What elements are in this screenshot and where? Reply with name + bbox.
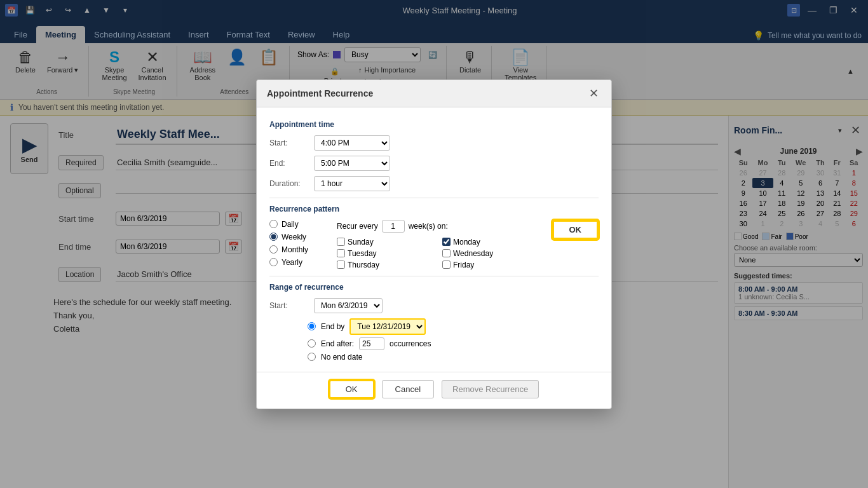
end-after-input[interactable] [359,337,384,350]
day-wednesday-label: Wednesday [453,249,493,258]
range-start-select[interactable]: Mon 6/3/2019 [314,298,383,313]
radio-daily-input[interactable] [269,220,278,228]
day-thursday[interactable]: Thursday [337,261,432,269]
range-start-label: Start: [269,301,314,310]
radio-weekly[interactable]: Weekly [269,233,327,241]
radio-monthly[interactable]: Monthly [269,245,327,254]
duration-row-dialog: Duration: 1 hour 30 minutes 2 hours [269,176,599,191]
cancel-button[interactable]: Cancel [382,380,434,398]
radio-monthly-input[interactable] [269,245,278,254]
recur-every-input[interactable] [382,220,405,233]
no-end-date-option: No end date [308,353,599,362]
day-sunday-checkbox[interactable] [337,238,345,246]
appointment-recurrence-dialog: Appointment Recurrence ✕ Appointment tim… [256,79,612,409]
weekly-config: Recur every week(s) on: Sunday Mon [337,220,538,269]
recurrence-options: Daily Weekly Monthly Yearly [269,220,327,269]
end-by-option: End by Tue 12/31/2019 [308,318,599,335]
start-time-select[interactable]: 4:00 PM 4:30 PM 5:00 PM [314,135,390,151]
day-wednesday[interactable]: Wednesday [442,249,538,258]
start-time-row-dialog: Start: 4:00 PM 4:30 PM 5:00 PM [269,135,599,151]
end-by-radio[interactable] [308,322,316,330]
no-end-date-label[interactable]: No end date [321,353,362,362]
dialog-body: Appointment time Start: 4:00 PM 4:30 PM … [257,107,611,372]
radio-yearly[interactable]: Yearly [269,258,327,267]
radio-daily[interactable]: Daily [269,220,327,229]
ok-button-top-wrapper: OK [552,220,599,240]
day-thursday-checkbox[interactable] [337,261,345,269]
day-friday[interactable]: Friday [442,261,538,269]
radio-weekly-input[interactable] [269,233,278,241]
days-grid: Sunday Monday Tuesday [337,238,538,269]
end-after-radio[interactable] [308,339,316,348]
day-monday-checkbox[interactable] [442,238,451,246]
weeks-on-label: week(s) on: [409,222,448,231]
remove-recurrence-button[interactable]: Remove Recurrence [442,380,539,398]
range-section-label: Range of recurrence [269,283,599,292]
radio-monthly-label: Monthly [281,245,308,254]
day-tuesday-label: Tuesday [348,249,377,258]
end-time-select[interactable]: 5:00 PM 5:30 PM [314,156,390,171]
occurrences-label: occurrences [390,339,431,348]
day-sunday-label: Sunday [348,238,374,247]
dialog-close-button[interactable]: ✕ [587,86,601,100]
day-friday-checkbox[interactable] [442,261,451,269]
recur-every-label: Recur every [337,222,378,231]
weekly-row1: Recur every week(s) on: [337,220,538,233]
no-end-date-radio[interactable] [308,353,316,361]
end-after-option: End after: occurrences [308,337,599,350]
day-tuesday-checkbox[interactable] [337,249,345,257]
ok-button[interactable]: OK [329,380,374,398]
dialog-overlay: Appointment Recurrence ✕ Appointment tim… [0,0,868,488]
range-start-row: Start: Mon 6/3/2019 [269,298,599,313]
day-monday[interactable]: Monday [442,238,538,247]
day-wednesday-checkbox[interactable] [442,249,451,257]
range-options: End by Tue 12/31/2019 End after: occurre… [308,318,599,362]
day-tuesday[interactable]: Tuesday [337,249,432,258]
dialog-footer: OK Cancel Remove Recurrence [257,372,611,409]
radio-yearly-label: Yearly [281,258,302,267]
end-by-select[interactable]: Tue 12/31/2019 [349,318,426,335]
day-friday-label: Friday [453,261,474,269]
radio-daily-label: Daily [281,220,299,229]
radio-yearly-input[interactable] [269,258,278,266]
end-label-dialog: End: [269,159,314,168]
day-thursday-label: Thursday [348,261,379,269]
end-after-label[interactable]: End after: [321,339,354,348]
dialog-title: Appointment Recurrence [267,88,373,98]
radio-weekly-label: Weekly [281,233,306,241]
recurrence-detail: Recur every week(s) on: Sunday Mon [337,220,538,269]
end-by-label[interactable]: End by [321,322,344,331]
duration-select[interactable]: 1 hour 30 minutes 2 hours [314,176,390,191]
recurrence-grid: Daily Weekly Monthly Yearly [269,220,599,269]
appointment-time-section-label: Appointment time [269,120,599,129]
end-time-row-dialog: End: 5:00 PM 5:30 PM [269,156,599,171]
dialog-title-bar: Appointment Recurrence ✕ [257,80,611,107]
ok-button-highlighted[interactable]: OK [552,220,599,240]
day-sunday[interactable]: Sunday [337,238,432,247]
recurrence-pattern-section-label: Recurrence pattern [269,205,599,214]
day-monday-label: Monday [453,238,480,247]
start-label-dialog: Start: [269,139,314,147]
duration-label-dialog: Duration: [269,179,314,188]
